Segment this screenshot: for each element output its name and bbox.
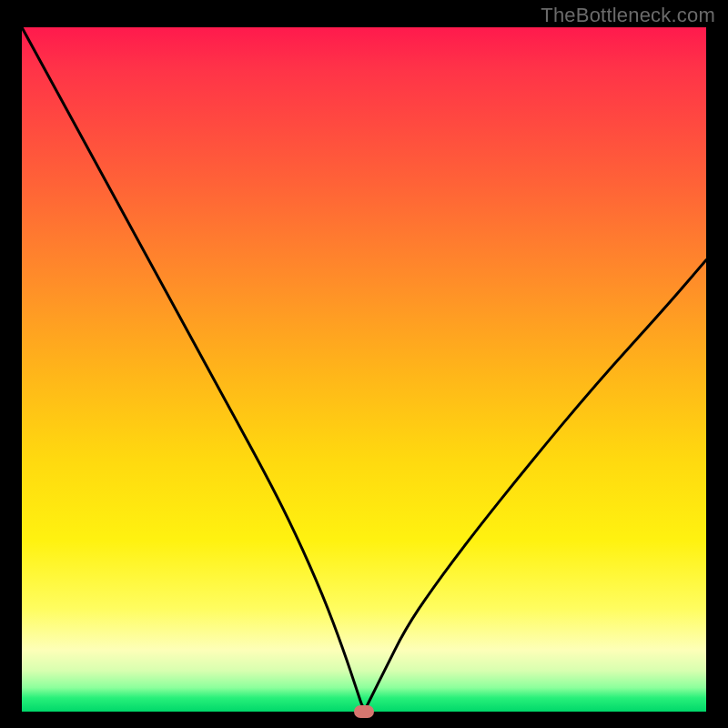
- watermark-text: TheBottleneck.com: [541, 4, 715, 27]
- bottleneck-curve: [22, 27, 706, 707]
- optimal-point-marker: [354, 705, 374, 718]
- curve-svg: [22, 27, 706, 712]
- chart-frame: TheBottleneck.com: [0, 0, 728, 728]
- plot-area: [22, 27, 706, 712]
